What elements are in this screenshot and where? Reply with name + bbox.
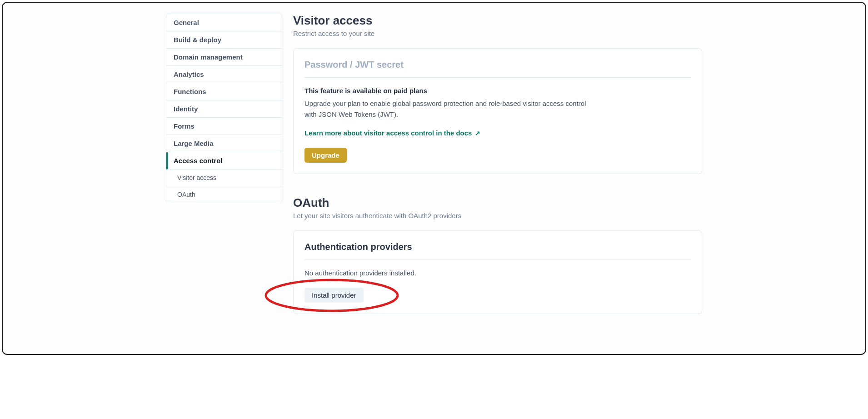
auth-providers-card: Authentication providers No authenticati… [293,230,702,314]
visitor-access-title: Visitor access [293,14,702,28]
oauth-section: OAuth Let your site visitors authenticat… [293,196,702,314]
docs-link[interactable]: Learn more about visitor access control … [304,129,480,137]
page-frame: General Build & deploy Domain management… [2,2,866,355]
sidebar-item-build-deploy[interactable]: Build & deploy [166,31,282,49]
sidebar-subitem-oauth[interactable]: OAuth [166,186,282,203]
oauth-title: OAuth [293,196,702,210]
sidebar-item-functions[interactable]: Functions [166,83,282,100]
visitor-access-section: Visitor access Restrict access to your s… [293,14,702,174]
sidebar-subitem-visitor-access[interactable]: Visitor access [166,170,282,186]
upgrade-description: Upgrade your plan to enable global passw… [304,98,595,120]
main-content: Visitor access Restrict access to your s… [293,14,702,336]
settings-layout: General Build & deploy Domain management… [166,14,702,336]
oauth-subtitle: Let your site visitors authenticate with… [293,212,702,219]
docs-link-text: Learn more about visitor access control … [304,129,472,137]
external-link-icon: ↗ [475,130,480,137]
no-providers-text: No authentication providers installed. [304,269,691,277]
sidebar-item-general[interactable]: General [166,14,282,31]
sidebar-nav: General Build & deploy Domain management… [166,14,282,203]
sidebar-item-identity[interactable]: Identity [166,100,282,118]
auth-providers-heading: Authentication providers [304,242,691,260]
sidebar-item-large-media[interactable]: Large Media [166,135,282,152]
sidebar-item-analytics[interactable]: Analytics [166,66,282,83]
settings-sidebar: General Build & deploy Domain management… [166,14,282,336]
sidebar-item-access-control[interactable]: Access control [166,152,282,170]
upgrade-button[interactable]: Upgrade [304,148,347,163]
password-jwt-card: Password / JWT secret This feature is av… [293,48,702,174]
paid-plan-note: This feature is available on paid plans [304,87,691,95]
sidebar-item-forms[interactable]: Forms [166,118,282,135]
sidebar-item-domain-management[interactable]: Domain management [166,49,282,66]
password-jwt-heading: Password / JWT secret [304,60,691,78]
visitor-access-subtitle: Restrict access to your site [293,30,702,37]
install-provider-wrapper: Install provider [304,288,364,303]
install-provider-button[interactable]: Install provider [304,288,364,303]
